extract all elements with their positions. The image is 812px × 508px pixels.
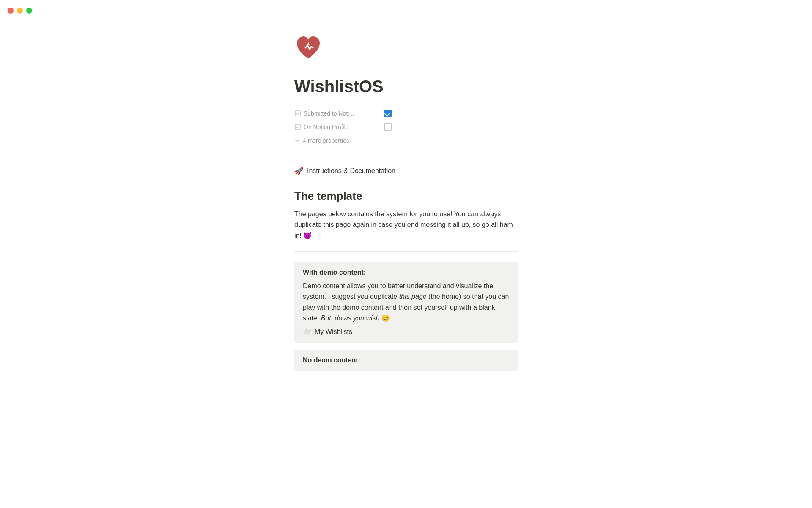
property-value-profile[interactable] [384, 123, 392, 131]
properties-section: Submitted to Noti... On Notion Profile [294, 107, 518, 146]
no-demo-heading: No demo content: [303, 356, 509, 364]
property-value-submitted[interactable] [384, 110, 392, 117]
template-body: The pages below contains the system for … [294, 209, 518, 241]
with-demo-emoji: 😊 [379, 315, 390, 322]
instructions-link-text: Instructions & Documentation [307, 167, 395, 175]
checkbox-icon [294, 110, 301, 117]
with-demo-italic: this page [399, 293, 427, 300]
wishlists-link-text: My Wishlists [315, 328, 352, 336]
property-label-submitted-text: Submitted to Noti... [304, 110, 354, 117]
with-demo-callout: With demo content: Demo content allows y… [294, 262, 518, 343]
with-demo-italic2: But, do as you wish [321, 315, 380, 322]
property-row-profile: On Notion Profile [294, 120, 518, 134]
chevron-down-icon [294, 138, 300, 144]
property-label-submitted: Submitted to Noti... [294, 110, 379, 117]
property-label-profile-text: On Notion Profile [304, 124, 349, 130]
template-heading: The template [294, 189, 518, 204]
template-body-text: The pages below contains the system for … [294, 210, 513, 239]
minimize-button[interactable] [17, 8, 23, 14]
my-wishlists-link[interactable]: 🤍 My Wishlists [303, 328, 509, 336]
checkbox-icon-2 [294, 124, 301, 130]
more-properties-toggle[interactable]: 4 more properties [294, 135, 518, 146]
maximize-button[interactable] [26, 8, 32, 14]
instructions-emoji: 🚀 [294, 166, 304, 176]
divider-1 [294, 156, 518, 156]
main-content: WishlistOS Submitted to Noti... [254, 0, 558, 411]
property-label-profile: On Notion Profile [294, 124, 379, 130]
with-demo-body: Demo content allows you to better unders… [303, 281, 509, 324]
no-demo-callout: No demo content: [294, 350, 518, 371]
checkbox-submitted[interactable] [384, 110, 392, 117]
page-title: WishlistOS [294, 76, 518, 97]
page-icon [294, 34, 518, 66]
traffic-lights [8, 8, 32, 14]
divider-2 [294, 251, 518, 252]
property-row-submitted: Submitted to Noti... [294, 107, 518, 120]
close-button[interactable] [8, 8, 14, 14]
checkbox-profile[interactable] [384, 123, 392, 131]
more-properties-label: 4 more properties [303, 137, 349, 144]
wishlists-emoji: 🤍 [303, 328, 311, 336]
instructions-link[interactable]: 🚀 Instructions & Documentation [294, 166, 518, 176]
with-demo-heading: With demo content: [303, 269, 509, 276]
